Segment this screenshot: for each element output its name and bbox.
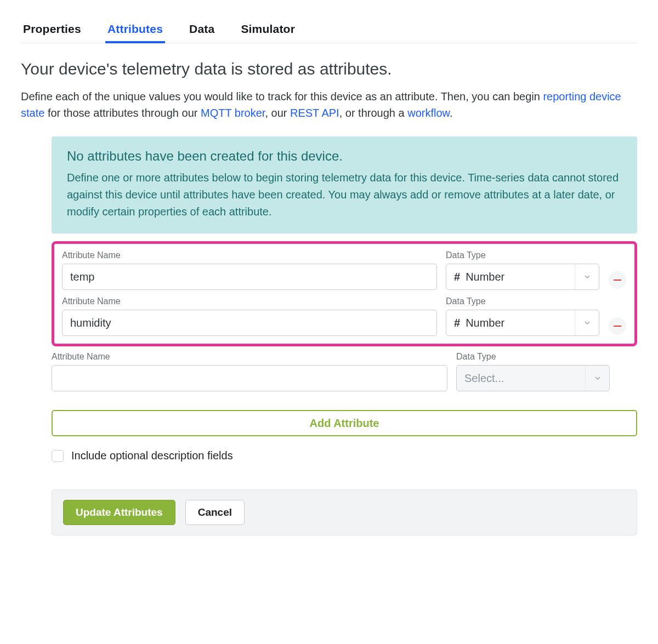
- checkbox-icon: [52, 450, 64, 462]
- cancel-button[interactable]: Cancel: [185, 500, 245, 525]
- tab-simulator[interactable]: Simulator: [239, 17, 297, 43]
- data-type-select[interactable]: # Number: [446, 310, 599, 336]
- info-panel-body: Define one or more attributes below to b…: [67, 169, 622, 220]
- data-type-value: Number: [466, 317, 504, 329]
- tab-data[interactable]: Data: [187, 17, 217, 43]
- data-type-placeholder: Select...: [464, 372, 504, 385]
- data-type-select[interactable]: Select...: [456, 365, 610, 391]
- chevron-down-icon: [575, 310, 599, 335]
- attribute-row: Attribute Name Data Type # Number: [62, 250, 627, 290]
- tab-bar: Properties Attributes Data Simulator: [21, 16, 637, 43]
- data-type-select[interactable]: # Number: [446, 264, 599, 290]
- data-type-label: Data Type: [456, 352, 610, 362]
- tab-label: Data: [189, 22, 214, 35]
- button-label: Cancel: [198, 506, 232, 518]
- attribute-name-input[interactable]: [62, 264, 437, 290]
- attribute-name-label: Attribute Name: [62, 297, 437, 306]
- chevron-down-icon: [575, 264, 599, 289]
- include-description-label: Include optional description fields: [71, 449, 233, 462]
- remove-attribute-button[interactable]: [609, 317, 626, 335]
- attribute-name-label: Attribute Name: [62, 250, 437, 260]
- highlighted-attribute-rows: Attribute Name Data Type # Number: [52, 241, 637, 346]
- intro-text: for those attributes through our: [44, 107, 201, 119]
- number-type-icon: #: [454, 271, 460, 283]
- button-label: Update Attributes: [76, 506, 163, 518]
- data-type-label: Data Type: [446, 297, 599, 306]
- attribute-name-label: Attribute Name: [52, 352, 447, 362]
- minus-icon: [614, 280, 621, 281]
- attribute-name-input[interactable]: [52, 365, 447, 391]
- update-attributes-button[interactable]: Update Attributes: [63, 500, 175, 525]
- number-type-icon: #: [454, 317, 460, 329]
- info-panel-title: No attributes have been created for this…: [67, 149, 622, 164]
- intro-text: , or through a: [339, 107, 408, 119]
- data-type-label: Data Type: [446, 250, 599, 260]
- intro-text: , our: [265, 107, 290, 119]
- attribute-row: Attribute Name Data Type Select...: [52, 352, 637, 391]
- intro-paragraph: Define each of the unique values you wou…: [21, 88, 637, 121]
- attribute-name-input[interactable]: [62, 310, 437, 336]
- page-title: Your device's telemetry data is stored a…: [21, 60, 637, 78]
- link-workflow[interactable]: workflow: [407, 107, 450, 119]
- remove-attribute-button[interactable]: [609, 271, 626, 289]
- intro-text: .: [450, 107, 453, 119]
- tab-attributes[interactable]: Attributes: [105, 17, 165, 43]
- footer-action-bar: Update Attributes Cancel: [52, 489, 637, 535]
- link-mqtt-broker[interactable]: MQTT broker: [201, 107, 265, 119]
- tab-properties[interactable]: Properties: [21, 17, 83, 43]
- link-rest-api[interactable]: REST API: [290, 107, 339, 119]
- tab-label: Properties: [23, 22, 81, 35]
- minus-icon: [614, 326, 621, 327]
- intro-text: Define each of the unique values you wou…: [21, 90, 543, 102]
- data-type-value: Number: [466, 271, 504, 283]
- add-attribute-label: Add Attribute: [309, 417, 379, 430]
- tab-label: Simulator: [241, 22, 295, 35]
- info-panel: No attributes have been created for this…: [52, 136, 637, 233]
- tab-label: Attributes: [107, 22, 163, 35]
- include-description-toggle[interactable]: Include optional description fields: [52, 449, 637, 462]
- add-attribute-button[interactable]: Add Attribute: [52, 410, 637, 436]
- chevron-down-icon: [585, 366, 609, 391]
- attribute-row: Attribute Name Data Type # Number: [62, 297, 627, 336]
